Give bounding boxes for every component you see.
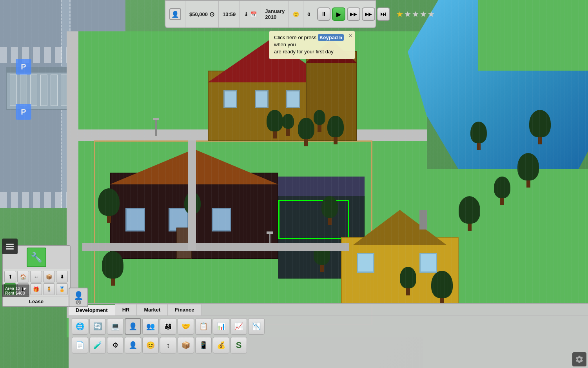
icon-gear[interactable]: ⚙ <box>107 337 123 353</box>
money-display: $50,000 ⊙ <box>185 1 219 27</box>
lease-label: Lease <box>3 297 70 306</box>
tooltip-key: Keypad 5 <box>318 34 344 41</box>
tree-main1 <box>98 188 120 223</box>
tooltip: ✕ Click here or press Keypad 5 when you … <box>269 31 355 59</box>
icon-handshake[interactable]: 🤝 <box>178 318 194 335</box>
tree-br7 <box>529 110 551 144</box>
icon-document[interactable]: 📄 <box>72 337 88 353</box>
tree1 <box>327 116 344 144</box>
bottom-icons-row1: 🌐 🔄 💻 👤 👥 👨‍👩‍👧 🤝 📋 📊 📈 📉 <box>69 316 588 336</box>
tab-finance[interactable]: Finance <box>168 304 201 315</box>
icon-monitor[interactable]: 💻 <box>107 318 123 335</box>
star2: ★ <box>412 9 419 19</box>
toolbar-avatar: 👤 <box>165 1 185 27</box>
icon-trending-up[interactable]: 📈 <box>230 318 247 335</box>
tooltip-close[interactable]: ✕ <box>348 33 352 39</box>
building-main <box>110 149 325 259</box>
icon-person2[interactable]: 👤 <box>125 337 141 353</box>
icon-refresh[interactable]: 🔄 <box>89 318 106 335</box>
tree2 <box>267 110 283 138</box>
area-label: Area 12 m² <box>5 286 26 291</box>
time-display: 13:59 <box>219 1 240 27</box>
star1: ★ <box>404 9 411 19</box>
skip-button[interactable]: ⏭ <box>377 7 390 21</box>
svg-rect-2 <box>6 248 14 250</box>
path-v <box>188 140 196 250</box>
icon-person1[interactable]: 👤 <box>125 318 141 335</box>
tree-br5 <box>517 153 539 188</box>
icon-dollar-s[interactable]: S <box>230 337 247 353</box>
cal-icon: 📅 <box>250 11 257 17</box>
icon-money[interactable]: 💰 <box>213 337 229 353</box>
tree-br1 <box>400 267 416 295</box>
notification-display: 0 <box>303 1 314 27</box>
selection-box <box>278 200 349 239</box>
star3: ★ <box>420 9 427 19</box>
build-panel: 🔧 ⬆ 🏠 ↔ 📦 ⬇ 1 ⇅ 🎁 🧍 🏅 Lease <box>2 245 71 307</box>
tool-gift[interactable]: 🎁 <box>30 283 42 295</box>
tree-main3 <box>321 196 338 225</box>
parking-icon: P <box>16 59 31 75</box>
tool-box[interactable]: 📦 <box>43 271 55 282</box>
tool-up[interactable]: ⬆ <box>4 271 16 282</box>
notification-count: 0 <box>307 11 310 17</box>
icon-persons[interactable]: 👥 <box>142 318 159 335</box>
icon-global[interactable]: 🌐 <box>72 318 88 335</box>
person-icon: 👤 <box>74 291 83 300</box>
tab-hr[interactable]: HR <box>115 304 137 315</box>
tree4 <box>298 118 314 146</box>
star-filled: ★ <box>396 9 403 19</box>
tooltip-text2: when you <box>274 42 296 47</box>
lamp1 <box>153 118 159 136</box>
icon-group[interactable]: 👨‍👩‍👧 <box>160 318 176 335</box>
play-button[interactable]: ▶ <box>332 7 345 21</box>
time-value: 13:59 <box>223 11 236 17</box>
tree-br2 <box>431 271 453 305</box>
settings-button[interactable] <box>572 352 586 366</box>
tool-arrows[interactable]: ↔ <box>30 271 42 282</box>
tree5 <box>314 110 325 132</box>
area-info: Area 12 m² Rent $480 <box>2 284 29 297</box>
person-badge[interactable]: 👤 0 <box>69 288 88 307</box>
tooltip-text3: are ready for your first day <box>274 49 334 55</box>
person-count: 0 <box>76 300 81 304</box>
rating-stars[interactable]: ★ ★ ★ ★ ★ <box>393 9 438 19</box>
rent-label: Rent $480 <box>5 291 26 295</box>
bottom-toolbar: Development HR Market Finance 🌐 🔄 💻 👤 👥 … <box>69 303 588 368</box>
layers-button[interactable] <box>2 239 18 254</box>
top-right-land <box>478 0 588 71</box>
tab-bar: Development HR Market Finance <box>69 304 588 316</box>
playback-controls[interactable]: ⏸ ▶ ▶▶ ▶▶ ⏭ <box>314 7 393 21</box>
smiley-icon: 🙂 <box>293 11 299 17</box>
date-value: January 2010 <box>265 8 285 20</box>
tab-market[interactable]: Market <box>137 304 168 315</box>
tree-br6 <box>470 122 487 150</box>
tree3 <box>282 114 294 136</box>
tool-badge[interactable]: 🏅 <box>56 283 68 295</box>
icon-smiley[interactable]: 😊 <box>142 337 159 353</box>
tool-down[interactable]: ⬇ <box>56 271 68 282</box>
fast-forward-1[interactable]: ▶▶ <box>347 7 360 21</box>
parking-icon2: P <box>16 104 31 120</box>
icon-package[interactable]: 📦 <box>178 337 194 353</box>
icon-trending-down[interactable]: 📉 <box>248 318 265 335</box>
date-display: January 2010 <box>261 1 289 27</box>
tree-main5 <box>102 251 123 286</box>
fast-forward-2[interactable]: ▶▶ <box>362 7 375 21</box>
star4: ★ <box>428 9 435 19</box>
pause-button[interactable]: ⏸ <box>317 7 330 21</box>
icon-transfer[interactable]: ↕ <box>160 337 176 353</box>
temp-display: 🌡 📅 <box>240 1 261 27</box>
tools-icon[interactable]: 🔧 <box>27 248 46 267</box>
path-h <box>82 243 349 251</box>
svg-rect-0 <box>6 244 14 245</box>
icon-flask[interactable]: 🧪 <box>89 337 106 353</box>
icon-chart[interactable]: 📊 <box>213 318 229 335</box>
tool-house[interactable]: 🏠 <box>17 271 29 282</box>
svg-rect-1 <box>6 246 14 247</box>
tool-person[interactable]: 🧍 <box>43 283 55 295</box>
tree-br3 <box>459 196 480 231</box>
icon-clipboard[interactable]: 📋 <box>195 318 212 335</box>
icon-phone[interactable]: 📱 <box>195 337 212 353</box>
temp-icon: 🌡 <box>244 11 249 17</box>
